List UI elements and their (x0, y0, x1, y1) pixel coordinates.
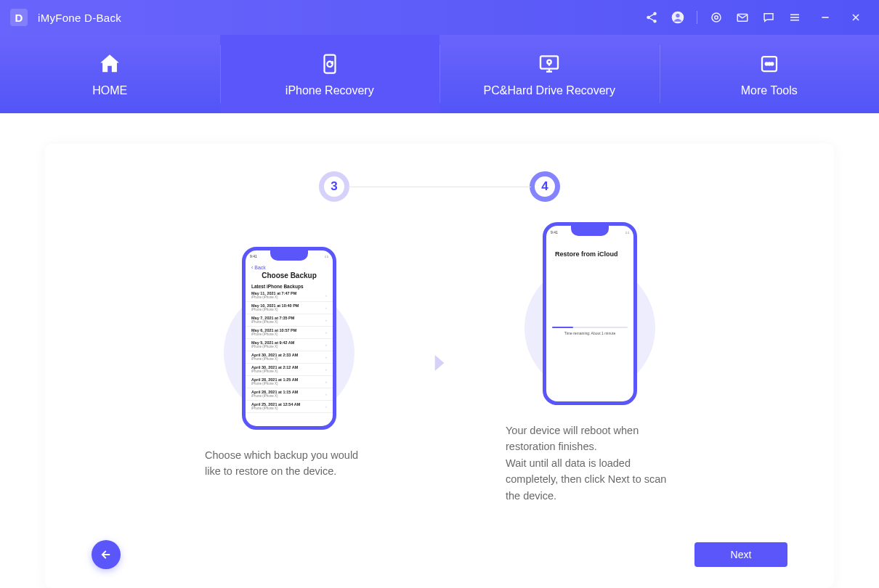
next-button[interactable]: Next (694, 542, 787, 567)
tab-more-tools[interactable]: More Tools (660, 35, 880, 113)
restore-remaining: Time remaining: About 1 minute (564, 331, 615, 335)
phone-refresh-icon (317, 51, 343, 77)
backup-item: May 11, 2021 at 7:47 PMiPhone (iPhone X)… (246, 290, 333, 302)
home-icon (97, 51, 123, 77)
phone1-subtitle: Latest iPhone Backups (246, 282, 333, 290)
arrow-icon (426, 349, 453, 377)
backup-item: April 30, 2021 at 2:33 AMiPhone (iPhone … (246, 351, 333, 364)
svg-rect-11 (324, 55, 335, 73)
tab-more-label: More Tools (741, 84, 798, 97)
phone-notch (270, 250, 308, 261)
backup-item: May 6, 2021 at 10:57 PMiPhone (iPhone X)… (246, 327, 333, 339)
phone-left: 9:41􀙇 􀛨 ‹ Back Choose Backup Latest iPho… (242, 247, 336, 430)
main-tabs: HOME iPhone Recovery PC&Hard Drive Recov… (0, 35, 879, 113)
bottom-controls: Next (45, 540, 834, 569)
share-icon[interactable] (644, 10, 659, 25)
backup-item: May 7, 2021 at 7:35 PMiPhone (iPhone X)› (246, 314, 333, 327)
tab-pc-recovery[interactable]: PC&Hard Drive Recovery (440, 35, 660, 113)
back-button[interactable] (92, 540, 121, 569)
backup-item: April 28, 2021 at 1:25 AMiPhone (iPhone … (246, 376, 333, 388)
phone1-title: Choose Backup (251, 271, 327, 279)
phone-right-desc: Your device will reboot when restoration… (495, 422, 684, 504)
message-icon[interactable] (761, 10, 776, 25)
phone-header: ‹ Back Choose Backup (246, 261, 333, 282)
app-logo: D (10, 9, 28, 26)
phone-right-wrap: 9:41􀙇 􀛨 Restore from iCloud Time remaini… (495, 222, 684, 504)
backup-list: May 11, 2021 at 7:47 PMiPhone (iPhone X)… (246, 290, 333, 426)
backup-item: April 30, 2021 at 2:12 AMiPhone (iPhone … (246, 364, 333, 376)
phone-header: Restore from iCloud (546, 236, 633, 261)
tab-iphone-label: iPhone Recovery (285, 84, 374, 97)
phones-row: 9:41􀙇 􀛨 ‹ Back Choose Backup Latest iPho… (195, 222, 684, 504)
tab-home[interactable]: HOME (0, 35, 220, 113)
menu-icon[interactable] (787, 10, 802, 25)
backup-item: April 28, 2021 at 1:15 AMiPhone (iPhone … (246, 388, 333, 401)
account-icon[interactable] (671, 10, 685, 25)
svg-point-20 (771, 62, 773, 65)
titlebar-separator (697, 11, 697, 24)
tab-iphone-recovery[interactable]: iPhone Recovery (220, 35, 440, 113)
backup-item: April 25, 2021 at 12:54 AMiPhone (iPhone… (246, 401, 333, 413)
restore-progress-bar (552, 327, 628, 328)
phone-left-desc: Choose which backup you would like to re… (195, 447, 384, 480)
phone2-title: Restore from iCloud (552, 250, 628, 258)
content-card: 3 4 9:41􀙇 􀛨 ‹ Back Choose Backup Latest … (45, 144, 834, 588)
svg-point-3 (715, 16, 718, 20)
app-name: iMyFone D-Back (38, 12, 121, 24)
step-connector (348, 187, 531, 187)
minimize-icon[interactable] (818, 10, 833, 25)
badge-icon[interactable] (709, 10, 724, 25)
tab-pc-label: PC&Hard Drive Recovery (484, 84, 615, 97)
close-icon[interactable] (848, 10, 863, 25)
page-body: 3 4 9:41􀙇 􀛨 ‹ Back Choose Backup Latest … (0, 113, 879, 588)
backup-item: May 10, 2021 at 10:40 PMiPhone (iPhone X… (246, 302, 333, 314)
more-icon (756, 51, 782, 77)
svg-point-1 (676, 14, 679, 17)
phone-notch (571, 226, 609, 236)
phone-back-link: ‹ Back (251, 265, 327, 270)
step-indicator: 3 4 (319, 171, 560, 202)
step-3: 3 (319, 171, 349, 202)
monitor-icon (536, 51, 562, 77)
mail-icon[interactable] (735, 10, 750, 25)
svg-point-15 (548, 60, 551, 64)
phone2-body: Time remaining: About 1 minute (546, 261, 633, 401)
phone-right: 9:41􀙇 􀛨 Restore from iCloud Time remaini… (543, 222, 637, 405)
backup-item: May 5, 2021 at 9:42 AMiPhone (iPhone X)› (246, 339, 333, 351)
svg-rect-12 (540, 56, 558, 68)
tab-home-label: HOME (92, 84, 127, 97)
step-4: 4 (530, 171, 560, 202)
titlebar: D iMyFone D-Back (0, 0, 879, 35)
svg-point-2 (712, 13, 721, 22)
phone-left-wrap: 9:41􀙇 􀛨 ‹ Back Choose Backup Latest iPho… (195, 247, 384, 480)
